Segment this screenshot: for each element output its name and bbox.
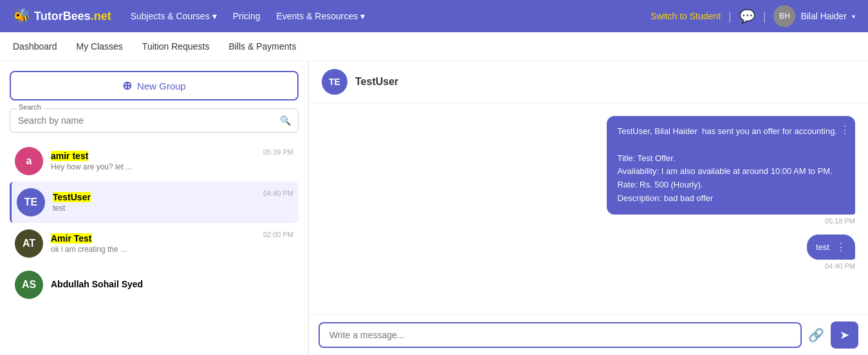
search-input[interactable] — [18, 115, 272, 126]
search-icon: 🔍 — [280, 115, 291, 126]
contact-info: TestUser test — [53, 192, 255, 213]
subnav-dashboard[interactable]: Dashboard — [13, 34, 57, 59]
messages-icon[interactable]: 💬 — [739, 8, 755, 24]
contact-time: 04:40 PM — [263, 188, 293, 197]
contact-item[interactable]: AT Amir Test ok i am creating the ... 02… — [10, 223, 299, 264]
more-dots-icon-2[interactable]: ⋮ — [836, 241, 846, 253]
subnav-tuitionrequests[interactable]: Tuition Requests — [142, 34, 210, 59]
avatar: BH — [773, 5, 795, 27]
subnav-bills[interactable]: Bills & Payments — [228, 34, 296, 59]
send-button[interactable]: ➤ — [831, 321, 858, 349]
search-input-wrap: 🔍 — [10, 108, 299, 133]
nav-pricing[interactable]: Pricing — [233, 11, 261, 21]
message-bubble-wrap: ⋮ TestUser, Bilal Haider has sent you an… — [322, 116, 855, 225]
contact-info: Abdullah Sohail Syed — [51, 279, 293, 291]
logo-icon: 🐝 — [13, 8, 30, 24]
contact-name: Amir Test — [51, 233, 255, 244]
left-panel: ⊕ New Group Search 🔍 a amir test Hey how… — [0, 61, 309, 355]
contact-item[interactable]: a amir test Hey how are you? let ... 05:… — [10, 140, 299, 182]
logo: 🐝 TutorBees.net — [13, 8, 111, 24]
logo-net: .net — [91, 10, 111, 23]
chevron-down-icon-2: ▾ — [360, 11, 365, 21]
contact-time: 02:00 PM — [263, 229, 293, 238]
logo-text: TutorBees.net — [34, 10, 111, 23]
user-menu[interactable]: BH Bilal Haider ▾ — [773, 5, 855, 27]
nav-left: 🐝 TutorBees.net Subjects & Courses ▾ Pri… — [13, 8, 365, 24]
new-group-button[interactable]: ⊕ New Group — [10, 71, 299, 101]
nav-links: Subjects & Courses ▾ Pricing Events & Re… — [131, 11, 365, 21]
right-panel: TE TestUser ⋮ TestUser, Bilal Haider has… — [309, 61, 868, 355]
contact-list: a amir test Hey how are you? let ... 05:… — [10, 140, 299, 345]
contact-item-active[interactable]: TE TestUser test 04:40 PM — [10, 182, 299, 223]
contact-preview: ok i am creating the ... — [51, 245, 255, 254]
subnav-myclasses[interactable]: My Classes — [77, 34, 123, 59]
user-chevron-icon: ▾ — [852, 13, 855, 20]
sub-navbar: Dashboard My Classes Tuition Requests Bi… — [0, 32, 868, 61]
avatar: AT — [15, 229, 43, 258]
message-input[interactable] — [319, 322, 802, 348]
contact-name: amir test — [51, 151, 255, 161]
chat-header: TE TestUser — [309, 61, 868, 103]
contact-preview: Hey how are you? let ... — [51, 162, 255, 171]
attach-icon[interactable]: 🔗 — [808, 327, 824, 343]
chevron-down-icon: ▾ — [212, 11, 217, 21]
switch-to-student-button[interactable]: Switch to Student — [651, 11, 721, 21]
top-navbar: 🐝 TutorBees.net Subjects & Courses ▾ Pri… — [0, 0, 868, 32]
nav-events[interactable]: Events & Resources ▾ — [276, 11, 365, 21]
nav-divider: | — [728, 10, 732, 23]
message-input-area: 🔗 ➤ — [309, 314, 868, 355]
plus-icon: ⊕ — [122, 79, 132, 93]
nav-right: Switch to Student | 💬 | BH Bilal Haider … — [651, 5, 855, 27]
message-bubble-simple: test ⋮ — [807, 235, 855, 260]
user-name: Bilal Haider — [800, 11, 847, 21]
contact-time: 05:39 PM — [263, 147, 293, 156]
nav-subjects[interactable]: Subjects & Courses ▾ — [131, 11, 217, 21]
message-time-2: 04:40 PM — [825, 262, 855, 270]
messages-area: ⋮ TestUser, Bilal Haider has sent you an… — [309, 103, 868, 314]
search-container: Search 🔍 — [10, 108, 299, 133]
chat-avatar: TE — [322, 69, 347, 95]
nav-divider-2: | — [763, 10, 766, 23]
contact-info: Amir Test ok i am creating the ... — [51, 233, 255, 254]
avatar: a — [15, 147, 43, 175]
avatar: TE — [17, 188, 45, 216]
message-bubble-wrap-2: test ⋮ 04:40 PM — [322, 235, 855, 270]
search-label: Search — [16, 103, 44, 111]
message-time: 05:18 PM — [825, 217, 855, 225]
contact-item[interactable]: AS Abdullah Sohail Syed — [10, 264, 299, 305]
chat-title: TestUser — [355, 76, 398, 88]
message-bubble: ⋮ TestUser, Bilal Haider has sent you an… — [607, 116, 855, 215]
contact-info: amir test Hey how are you? let ... — [51, 151, 255, 171]
contact-preview: test — [53, 204, 255, 213]
contact-name: TestUser — [53, 192, 255, 202]
main-content: ⊕ New Group Search 🔍 a amir test Hey how… — [0, 61, 868, 355]
more-dots-icon[interactable]: ⋮ — [840, 122, 850, 138]
contact-name: Abdullah Sohail Syed — [51, 279, 293, 289]
avatar: AS — [15, 271, 43, 299]
